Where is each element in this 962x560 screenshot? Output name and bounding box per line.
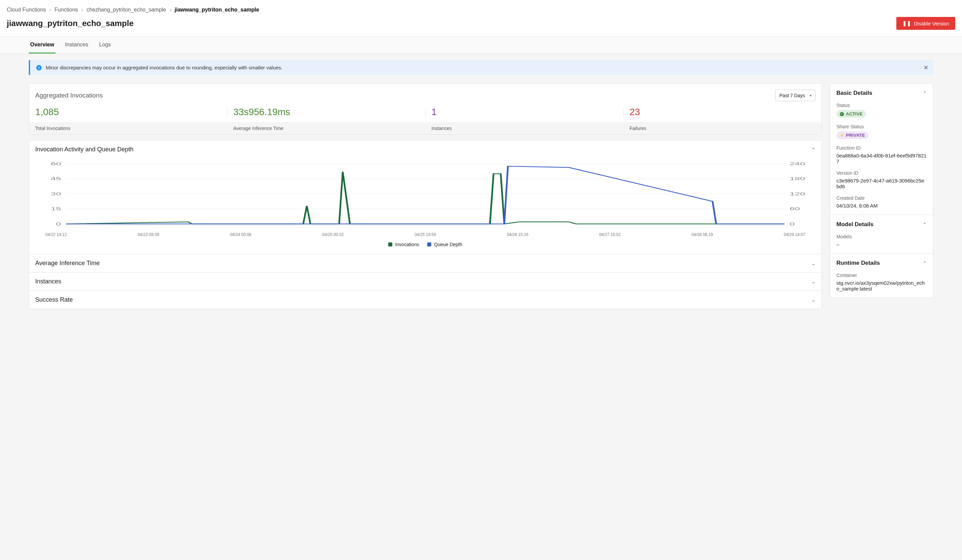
chevron-right-icon: › (49, 7, 51, 13)
share-status-label: Share Status (836, 124, 927, 129)
svg-text:60: 60 (789, 207, 800, 211)
panel-activity-title: Invocation Activity and Queue Depth (35, 146, 133, 153)
legend-square-blue (427, 242, 431, 247)
svg-text:30: 30 (51, 192, 61, 196)
panel-avg-inference-title: Average Inference Time (35, 260, 100, 267)
stat-total-invocations-value: 1,085 (29, 107, 227, 122)
function-id-label: Function ID (836, 145, 927, 151)
stat-avg-inference-value: 33s956.19ms (227, 107, 425, 122)
info-icon: i (36, 65, 42, 70)
stat-failures-label: Failures (623, 122, 822, 134)
tab-instances[interactable]: Instances (64, 37, 89, 53)
models-value: – (836, 241, 927, 247)
breadcrumb-current: jiawwang_pytriton_echo_sample (175, 7, 259, 13)
chevron-up-icon: ⌃ (923, 260, 927, 266)
svg-text:120: 120 (789, 192, 805, 196)
panel-activity-header[interactable]: Invocation Activity and Queue Depth ⌃ (29, 140, 822, 158)
disable-version-label: Disable Version (914, 21, 949, 26)
created-date-value: 04/10/24, 8:08 AM (836, 203, 927, 208)
version-id-label: Version ID (836, 170, 927, 176)
svg-text:0: 0 (56, 222, 61, 226)
svg-text:240: 240 (789, 162, 805, 166)
chevron-down-icon: ⌄ (811, 297, 815, 303)
container-label: Container (836, 273, 927, 278)
svg-text:180: 180 (789, 177, 805, 181)
container-value: stg.nvcr.io/ax3ysqem02xw/pytriton_echo_s… (836, 280, 927, 292)
agg-title: Aggregated Invocations (35, 92, 103, 99)
stat-instances-label: Instances (426, 122, 623, 134)
svg-text:45: 45 (51, 177, 61, 181)
stat-total-invocations-label: Total Invocations (29, 122, 227, 134)
chart-x-labels: 04/22 14:1204/23 09:3904/24 05:0604/25 0… (45, 232, 805, 237)
status-badge: ACTIVE (836, 110, 866, 118)
time-range-select[interactable]: Past 7 Days (775, 90, 815, 101)
aggregated-invocations-card: Aggregated Invocations Past 7 Days 1,085… (29, 83, 822, 135)
time-range-value: Past 7 Days (780, 93, 805, 98)
stat-failures-value: 23 (623, 107, 822, 122)
activity-chart: 015304560060120180240 (40, 162, 810, 229)
chevron-down-icon: ⌄ (811, 261, 815, 266)
details-card: Basic Details ⌃ Status ACTIVE Share Stat… (830, 83, 933, 298)
models-label: Models (836, 234, 927, 239)
chevron-right-icon: › (169, 7, 171, 13)
page-title: jiawwang_pytriton_echo_sample (7, 19, 134, 28)
legend-invocations: Invocations (388, 242, 419, 247)
breadcrumb-link-1[interactable]: Functions (55, 7, 78, 13)
svg-text:0: 0 (789, 222, 795, 226)
legend-square-green (388, 242, 392, 247)
chevron-down-icon: ⌄ (811, 279, 815, 284)
created-date-label: Created Date (836, 195, 927, 201)
panel-instances-title: Instances (35, 278, 61, 285)
notice-text: Minor discrepancies may occur in aggrega… (46, 65, 927, 70)
charts-card: Invocation Activity and Queue Depth ⌃ 01… (29, 140, 822, 309)
stat-instances-value: 1 (426, 107, 623, 122)
chevron-up-icon: ⌃ (923, 90, 927, 96)
legend-queue-depth: Queue Depth (427, 242, 462, 247)
runtime-details-header[interactable]: Runtime Details ⌃ (836, 260, 927, 266)
breadcrumb-link-0[interactable]: Cloud Functions (7, 7, 46, 13)
basic-details-header[interactable]: Basic Details ⌃ (836, 90, 927, 97)
disable-version-button[interactable]: ❚❚ Disable Version (896, 17, 955, 30)
tab-logs[interactable]: Logs (98, 37, 112, 53)
basic-details-title: Basic Details (836, 90, 872, 97)
panel-avg-inference-header[interactable]: Average Inference Time ⌄ (29, 254, 822, 272)
tab-overview[interactable]: Overview (29, 37, 55, 53)
model-details-title: Model Details (836, 221, 874, 228)
chevron-right-icon: › (81, 7, 83, 13)
model-details-header[interactable]: Model Details ⌃ (836, 221, 927, 228)
runtime-details-title: Runtime Details (836, 260, 880, 266)
svg-text:15: 15 (51, 207, 61, 211)
breadcrumb-link-2[interactable]: chezhang_pytriton_echo_sample (87, 7, 166, 13)
panel-success-rate-header[interactable]: Success Rate ⌄ (29, 291, 822, 309)
chevron-up-icon: ⌃ (811, 147, 815, 152)
panel-instances-header[interactable]: Instances ⌄ (29, 273, 822, 290)
chart-legend: Invocations Queue Depth (35, 242, 815, 247)
tabs: Overview Instances Logs (0, 37, 962, 54)
info-notice: i Minor discrepancies may occur in aggre… (29, 60, 933, 75)
version-id-value: c3e98679-2e97-4c47-a619-3096bc25ebd6 (836, 178, 927, 189)
share-status-badge: PRIVATE (836, 131, 868, 139)
breadcrumb: Cloud Functions › Functions › chezhang_p… (7, 7, 955, 13)
function-id-value: 0ea888a0-6a34-4f0b-81ef-6eef9d978217 (836, 153, 927, 164)
legend-queue-depth-label: Queue Depth (434, 242, 462, 247)
legend-invocations-label: Invocations (395, 242, 419, 247)
stat-avg-inference-label: Average Inference Time (227, 122, 425, 134)
close-icon[interactable]: ✕ (923, 64, 928, 71)
pause-icon: ❚❚ (902, 20, 911, 26)
status-label: Status (836, 103, 927, 108)
svg-text:60: 60 (51, 162, 61, 166)
panel-success-rate-title: Success Rate (35, 296, 73, 303)
chevron-up-icon: ⌃ (923, 222, 927, 227)
